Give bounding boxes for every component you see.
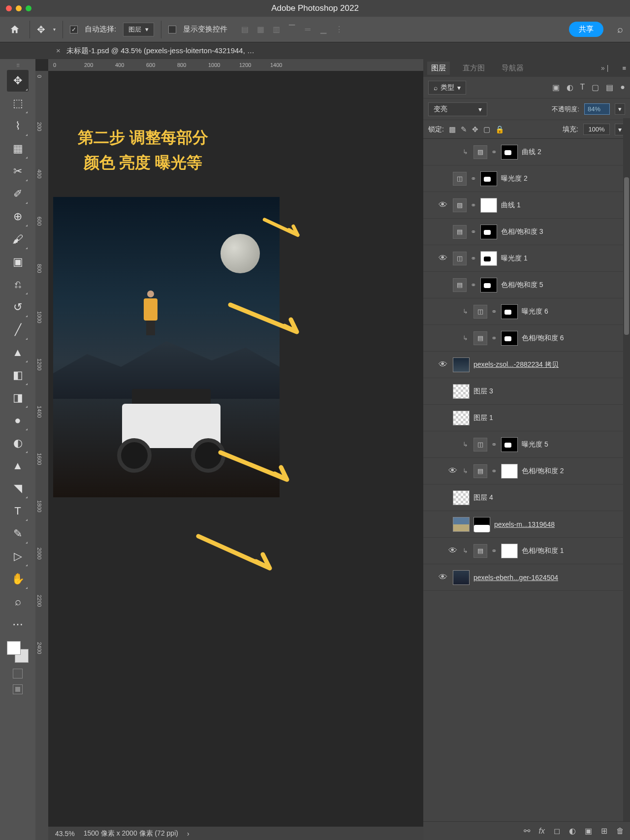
transform-controls-checkbox[interactable] — [168, 26, 176, 33]
layer-mask-thumbnail[interactable] — [480, 278, 497, 292]
pen-tool[interactable]: ▲ — [7, 455, 29, 477]
standard-mode[interactable] — [13, 669, 23, 678]
history-brush-tool[interactable]: ↺ — [7, 296, 29, 318]
layer-row[interactable]: 图层 4 — [423, 485, 630, 511]
lock-artboard-icon[interactable]: ▢ — [483, 125, 490, 134]
path-select-tool[interactable]: ◥ — [7, 478, 29, 499]
object-select-tool[interactable]: ▦ — [7, 138, 29, 160]
layer-row[interactable]: 👁pexels-eberh...ger-1624504 — [423, 564, 630, 591]
add-mask-icon[interactable]: ◻ — [554, 826, 560, 836]
layer-name[interactable]: pexels-zsol...-2882234 拷贝 — [473, 360, 626, 369]
adjustment-icon[interactable]: ▤ — [473, 464, 487, 478]
eraser-tool[interactable]: ◧ — [7, 364, 29, 386]
type-tool[interactable]: T — [7, 500, 29, 522]
new-layer-icon[interactable]: ⊞ — [601, 826, 607, 836]
stamp-tool[interactable]: ▲ — [7, 342, 29, 363]
tab-navigator[interactable]: 导航器 — [498, 62, 528, 75]
adjustment-icon[interactable]: ▤ — [473, 544, 487, 558]
layer-name[interactable]: 图层 1 — [473, 414, 626, 422]
align-bottom-icon[interactable]: ▁ — [318, 24, 329, 35]
close-tab-icon[interactable]: × — [56, 46, 61, 55]
filter-smart-icon[interactable]: ▤ — [606, 83, 613, 92]
zoom-level[interactable]: 43.5% — [55, 830, 75, 838]
shape-tool[interactable]: ✎ — [7, 523, 29, 545]
adjustment-icon[interactable]: ▨ — [473, 145, 487, 159]
layer-row[interactable]: 👁↳▤⚭色相/饱和度 2 — [423, 458, 630, 485]
layer-mask-thumbnail[interactable] — [480, 198, 497, 213]
canvas[interactable]: 第二步 调整每部分 颜色 亮度 曝光等 — [48, 71, 423, 826]
add-adjustment-icon[interactable]: ◐ — [569, 826, 576, 836]
more-tools[interactable]: ⋯ — [7, 614, 29, 635]
hand-tool[interactable]: ✋ — [7, 568, 29, 590]
zoom-tool[interactable]: ⌕ — [7, 591, 29, 613]
layer-row[interactable]: 👁▨⚭曲线 1 — [423, 192, 630, 219]
adjustment-icon[interactable]: ◫ — [473, 305, 487, 319]
layer-thumbnail[interactable] — [453, 517, 470, 532]
layers-list[interactable]: ↳▨⚭曲线 2◫⚭曝光度 2👁▨⚭曲线 1▤⚭色相/饱和度 3👁◫⚭曝光度 1▤… — [423, 139, 630, 821]
layer-row[interactable]: ▤⚭色相/饱和度 3 — [423, 219, 630, 245]
align-top-icon[interactable]: ▔ — [286, 24, 297, 35]
filter-adjustment-icon[interactable]: ◐ — [567, 83, 573, 92]
close-window-button[interactable] — [6, 5, 12, 11]
layer-mask-thumbnail[interactable] — [480, 225, 497, 239]
layer-name[interactable]: 曝光度 2 — [501, 174, 626, 183]
dodge-tool[interactable]: ◐ — [7, 432, 29, 454]
home-button[interactable] — [7, 22, 23, 37]
share-button[interactable]: 共享 — [569, 22, 603, 37]
adjustment-icon[interactable]: ◫ — [453, 252, 467, 265]
layer-row[interactable]: 图层 1 — [423, 405, 630, 431]
chevron-icon[interactable]: › — [187, 830, 189, 838]
clone-stamp-tool[interactable]: ⎌ — [7, 274, 29, 295]
adjustment-icon[interactable]: ▤ — [453, 278, 467, 292]
auto-select-checkbox[interactable] — [70, 26, 78, 33]
visibility-toggle[interactable]: 👁 — [447, 466, 459, 476]
layer-row[interactable]: 👁pexels-zsol...-2882234 拷贝 — [423, 352, 630, 378]
adjustment-icon[interactable]: ▤ — [473, 331, 487, 345]
tab-layers[interactable]: 图层 — [427, 62, 450, 75]
layer-row[interactable]: 👁◫⚭曝光度 1 — [423, 245, 630, 272]
color-swatches[interactable] — [7, 641, 29, 663]
auto-select-dropdown[interactable]: 图层 ▾ — [123, 23, 154, 36]
lock-position-icon[interactable]: ✥ — [472, 125, 478, 134]
layers-scrollbar[interactable] — [623, 118, 630, 821]
align-center-v-icon[interactable]: ═ — [302, 24, 313, 35]
document-tab[interactable]: × 未标题-1.psd @ 43.5% (pexels-jess-loitert… — [49, 46, 261, 56]
layer-name[interactable]: 色相/饱和度 5 — [501, 281, 626, 290]
layer-thumbnail[interactable] — [453, 357, 470, 372]
layer-mask-thumbnail[interactable] — [501, 304, 518, 319]
crop-tool[interactable]: ✂ — [7, 161, 29, 182]
layer-name[interactable]: 曲线 1 — [501, 201, 626, 210]
opacity-input[interactable] — [584, 103, 610, 115]
layer-name[interactable]: 图层 4 — [473, 493, 626, 502]
visibility-toggle[interactable]: 👁 — [447, 546, 459, 556]
layer-mask-thumbnail[interactable] — [501, 145, 518, 160]
visibility-toggle[interactable]: 👁 — [437, 200, 449, 210]
layer-thumbnail[interactable] — [453, 490, 470, 505]
layer-name[interactable]: 曲线 2 — [522, 148, 626, 157]
panel-menu-icon[interactable]: ≡ — [622, 65, 626, 72]
brush-tool[interactable]: 🖌 — [7, 228, 29, 250]
vertical-ruler[interactable]: 0200400600800100012001400160018002000220… — [35, 71, 48, 840]
lock-brush-icon[interactable]: ✎ — [461, 125, 467, 134]
foreground-color-swatch[interactable] — [7, 641, 21, 655]
blur-tool[interactable]: ● — [7, 410, 29, 431]
align-center-h-icon[interactable]: ▦ — [255, 24, 266, 35]
horizontal-ruler[interactable]: 0200400600800100012001400 — [48, 59, 423, 71]
tab-histogram[interactable]: 直方图 — [459, 62, 489, 75]
filter-type-icon[interactable]: T — [580, 83, 585, 92]
blend-mode-dropdown[interactable]: 变亮 ▾ — [428, 102, 487, 116]
layer-row[interactable]: 👁↳▤⚭色相/饱和度 1 — [423, 538, 630, 564]
frame-tool[interactable]: ▣ — [7, 251, 29, 273]
fx-icon[interactable]: fx — [539, 827, 545, 836]
scrollbar-thumb[interactable] — [624, 177, 629, 335]
search-icon[interactable]: ⌕ — [617, 24, 623, 35]
distribute-icon[interactable]: ⋮ — [334, 24, 345, 35]
marquee-tool[interactable]: ⬚ — [7, 93, 29, 114]
move-tool[interactable]: ✥ — [7, 70, 29, 92]
layer-name[interactable]: 色相/饱和度 1 — [522, 547, 626, 555]
visibility-toggle[interactable]: 👁 — [437, 572, 449, 582]
new-group-icon[interactable]: ▣ — [585, 826, 592, 836]
adjustment-icon[interactable]: ◫ — [453, 172, 467, 186]
lock-transparency-icon[interactable]: ▩ — [449, 125, 456, 134]
panel-grip[interactable]: ⠿ — [10, 63, 25, 67]
